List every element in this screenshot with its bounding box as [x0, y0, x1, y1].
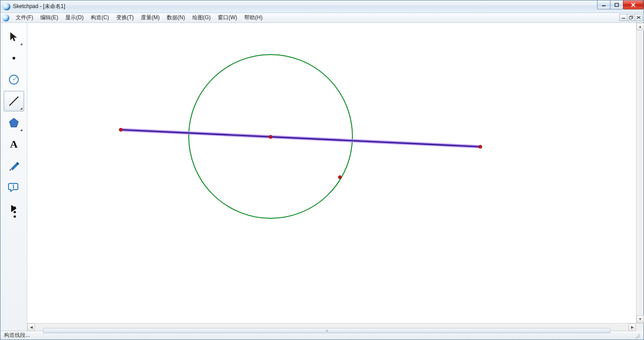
- minimize-button[interactable]: [597, 0, 610, 9]
- maximize-icon: [614, 3, 619, 7]
- mdi-restore-button[interactable]: [627, 14, 635, 21]
- window-title: Sketchpad - [未命名1]: [13, 3, 65, 10]
- maximize-button[interactable]: [610, 0, 623, 9]
- tool-selection-arrow[interactable]: [4, 26, 24, 47]
- point-icon: [8, 52, 20, 64]
- restore-icon: [629, 16, 633, 19]
- scroll-corner: [636, 323, 644, 331]
- menu-measure[interactable]: 度量(M): [137, 13, 163, 22]
- marker-icon: [8, 159, 20, 172]
- svg-point-17: [13, 185, 14, 186]
- svg-point-22: [13, 215, 16, 217]
- point-B[interactable]: [269, 135, 272, 139]
- scroll-down-button[interactable]: ▼: [636, 315, 644, 323]
- tool-point[interactable]: [4, 48, 24, 68]
- toolbox: A: [0, 23, 27, 331]
- points-layer: [27, 23, 644, 323]
- scroll-right-button[interactable]: ▶: [628, 323, 636, 331]
- svg-rect-1: [615, 3, 619, 6]
- point-A[interactable]: [119, 128, 123, 132]
- mdi-close-button[interactable]: [635, 14, 643, 21]
- flyout-icon: [20, 43, 22, 45]
- close-button[interactable]: [623, 0, 644, 9]
- app-icon: [3, 3, 10, 10]
- dots-icon: [8, 206, 21, 218]
- tool-info[interactable]: [4, 177, 24, 197]
- menu-edit[interactable]: 编辑(E): [37, 13, 62, 22]
- point-C[interactable]: [479, 145, 482, 149]
- svg-marker-9: [10, 32, 17, 41]
- menu-data[interactable]: 数据(N): [163, 13, 189, 22]
- close-icon: [636, 16, 641, 19]
- titlebar[interactable]: Sketchpad - [未命名1]: [0, 0, 644, 13]
- compass-icon: [8, 73, 20, 86]
- tool-polygon[interactable]: [4, 112, 24, 133]
- segment-icon: [8, 95, 20, 107]
- minimize-icon: [621, 16, 626, 19]
- workspace: A: [0, 23, 644, 331]
- svg-point-21: [13, 211, 16, 213]
- arrow-icon: [8, 30, 20, 43]
- sketch-canvas[interactable]: [27, 23, 644, 323]
- window-controls: [597, 0, 644, 9]
- text-icon: A: [8, 138, 20, 150]
- polygon-icon: [8, 116, 20, 129]
- tool-segment[interactable]: [4, 91, 24, 111]
- menu-transform[interactable]: 变换(T): [113, 13, 137, 22]
- svg-line-13: [14, 76, 17, 80]
- svg-rect-6: [629, 17, 632, 19]
- horizontal-scrollbar[interactable]: ◀ ▶: [27, 323, 644, 331]
- svg-marker-15: [9, 118, 18, 127]
- tool-custom[interactable]: [4, 198, 24, 219]
- info-icon: [8, 181, 20, 193]
- flyout-icon: [20, 129, 22, 131]
- svg-line-14: [9, 97, 18, 106]
- menu-display[interactable]: 显示(D): [62, 13, 87, 22]
- close-icon: [631, 3, 636, 7]
- svg-text:A: A: [10, 138, 18, 150]
- scroll-left-button[interactable]: ◀: [27, 323, 35, 331]
- tool-compass[interactable]: [4, 69, 24, 90]
- svg-point-10: [13, 57, 15, 60]
- point-D[interactable]: [338, 175, 342, 179]
- svg-point-20: [13, 206, 16, 208]
- canvas-wrap: ▲ ▼ ◀ ▶: [27, 23, 644, 331]
- mdi-minimize-button[interactable]: [619, 14, 627, 21]
- app-window: Sketchpad - [未命名1] 文件(F) 编辑(E) 显示(D) 构造(…: [0, 0, 644, 340]
- menu-construct[interactable]: 构造(C): [87, 13, 113, 22]
- menu-file[interactable]: 文件(F): [12, 13, 37, 22]
- vertical-scrollbar[interactable]: ▲ ▼: [636, 23, 644, 323]
- menu-graph[interactable]: 绘图(G): [189, 13, 214, 22]
- status-text: 构造线段...: [4, 332, 30, 339]
- menu-help[interactable]: 帮助(H): [241, 13, 266, 22]
- svg-rect-18: [13, 186, 14, 189]
- menubar: 文件(F) 编辑(E) 显示(D) 构造(C) 变换(T) 度量(M) 数据(N…: [0, 13, 644, 23]
- flyout-icon: [20, 107, 22, 110]
- document-icon[interactable]: [2, 14, 9, 21]
- vscroll-track[interactable]: [636, 30, 644, 315]
- tool-text[interactable]: A: [4, 134, 24, 154]
- mdi-controls: [620, 14, 643, 21]
- hscroll-thumb[interactable]: [43, 328, 610, 333]
- tool-marker[interactable]: [4, 155, 24, 176]
- minimize-icon: [601, 3, 606, 7]
- scroll-up-button[interactable]: ▲: [636, 23, 644, 30]
- resize-grip[interactable]: [634, 332, 640, 339]
- menu-window[interactable]: 窗口(W): [214, 13, 241, 22]
